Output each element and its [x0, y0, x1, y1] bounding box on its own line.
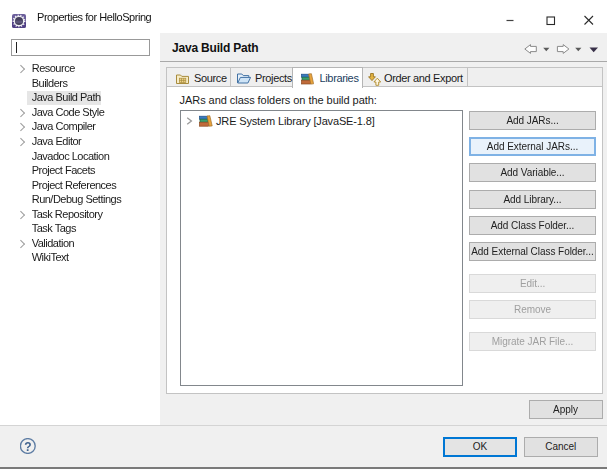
svg-text:?: ? [24, 440, 31, 454]
